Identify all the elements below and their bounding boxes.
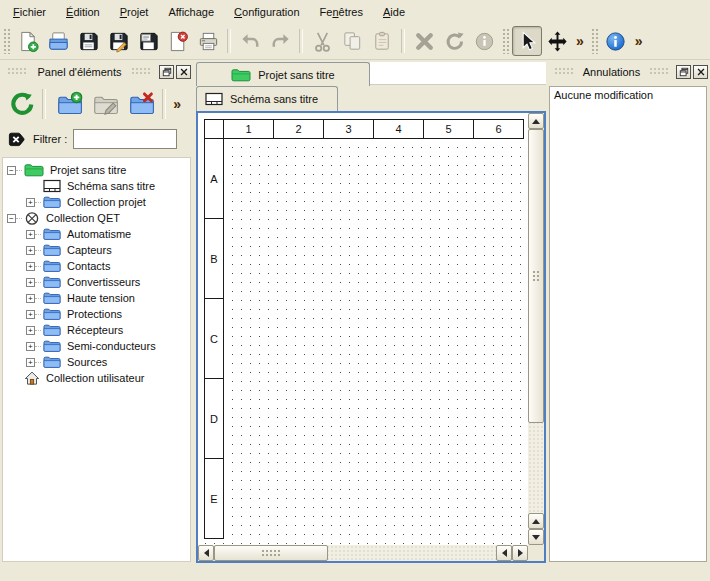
expander-collapsed[interactable]: + <box>26 294 35 303</box>
menu-fenetres[interactable]: Fenêtres <box>310 3 373 21</box>
toolbar-separator <box>401 29 405 53</box>
tree-item-label: Schéma sans titre <box>65 180 157 192</box>
diagram-border-grid: 123456ABCDE <box>204 119 524 539</box>
dock-grip[interactable] <box>131 67 152 76</box>
dock-grip[interactable] <box>7 67 28 76</box>
new-category-button[interactable] <box>53 88 86 121</box>
selection-mode-button[interactable] <box>512 26 542 56</box>
menu-edition[interactable]: Édition <box>56 3 110 21</box>
scroll-up-button[interactable] <box>528 113 544 129</box>
about-qet-button[interactable] <box>601 26 631 56</box>
project-icon <box>231 68 251 82</box>
folder-icon <box>43 355 61 369</box>
float-panel-button[interactable] <box>159 65 174 79</box>
tree-item[interactable]: +Automatisme <box>3 226 190 242</box>
pan-mode-button[interactable] <box>542 26 572 56</box>
undo-list-item[interactable]: Aucune modification <box>550 87 706 103</box>
clear-filter-button[interactable] <box>6 129 27 149</box>
folder-icon <box>43 307 61 321</box>
toolbar-handle[interactable] <box>502 28 509 54</box>
tree-item[interactable]: Schéma sans titre <box>3 178 190 194</box>
row-header-column: ABCDE <box>204 139 224 539</box>
scroll-left-button[interactable] <box>496 545 512 561</box>
refresh-icon <box>8 91 35 118</box>
horizontal-scrollbar[interactable] <box>198 545 528 561</box>
tree-item[interactable]: Collection utilisateur <box>3 370 190 386</box>
reload-collections-button[interactable] <box>5 88 38 121</box>
rotate-icon <box>443 30 466 53</box>
expander-collapsed[interactable]: + <box>26 230 35 239</box>
toolbar-separator <box>162 89 166 119</box>
save-button[interactable] <box>73 26 103 56</box>
menu-configuration[interactable]: Configuration <box>224 3 309 21</box>
tree-item[interactable]: −Projet sans titre <box>3 162 190 178</box>
dock-grip[interactable] <box>649 67 669 76</box>
close-document-button[interactable] <box>163 26 193 56</box>
folder-icon <box>43 259 61 273</box>
vertical-scrollbar[interactable] <box>528 113 544 545</box>
undo-panel-dock: Annulations Aucune modification <box>549 62 708 565</box>
tree-item[interactable]: +Collection projet <box>3 194 190 210</box>
diagram-view[interactable]: 123456ABCDE <box>196 111 546 563</box>
tree-item[interactable]: +Haute tension <box>3 290 190 306</box>
scroll-down-button[interactable] <box>528 529 544 545</box>
expander-collapsed[interactable]: + <box>26 198 35 207</box>
expander-collapsed[interactable]: + <box>26 278 35 287</box>
folder-icon <box>43 227 61 241</box>
expander-collapsed[interactable]: + <box>26 342 35 351</box>
tab-schema[interactable]: Schéma sans titre <box>196 86 338 111</box>
save-all-icon <box>137 30 160 53</box>
tree-item[interactable]: +Contacts <box>3 258 190 274</box>
tree-item[interactable]: −Collection QET <box>3 210 190 226</box>
scroll-right-button[interactable] <box>512 545 528 561</box>
expander-collapsed[interactable]: + <box>26 262 35 271</box>
scroll-up-button[interactable] <box>528 513 544 529</box>
tree-item[interactable]: +Capteurs <box>3 242 190 258</box>
horizontal-scrollbar-thumb[interactable] <box>214 545 328 561</box>
tab-project[interactable]: Projet sans titre <box>196 62 370 86</box>
expander-collapsed[interactable]: + <box>26 358 35 367</box>
open-document-button[interactable] <box>43 26 73 56</box>
save-as-button[interactable] <box>103 26 133 56</box>
qelectrotech-window: FichierÉditionProjetAffichageConfigurati… <box>0 0 710 581</box>
expander-expanded[interactable]: − <box>7 214 16 223</box>
tree-item[interactable]: +Sources <box>3 354 190 370</box>
edit-category-button <box>89 88 122 121</box>
tree-item[interactable]: +Convertisseurs <box>3 274 190 290</box>
expander-collapsed[interactable]: + <box>26 326 35 335</box>
tools-toolbar: » <box>499 23 588 59</box>
delete-category-button[interactable] <box>125 88 158 121</box>
vertical-scrollbar-thumb[interactable] <box>528 129 544 423</box>
menu-fichier[interactable]: Fichier <box>3 3 56 21</box>
expander-collapsed[interactable]: + <box>26 246 35 255</box>
tabbar-empty-area <box>370 62 546 85</box>
expander-expanded[interactable]: − <box>7 166 16 175</box>
toolbar-overflow-button[interactable]: » <box>631 28 647 54</box>
toolbar-overflow-button[interactable]: » <box>572 28 588 54</box>
new-document-icon <box>17 30 40 53</box>
collections-toolbar-overflow-button[interactable]: » <box>169 91 185 117</box>
menu-aide[interactable]: Aide <box>373 3 415 21</box>
dock-grip[interactable] <box>554 67 574 76</box>
tree-item[interactable]: +Semi-conducteurs <box>3 338 190 354</box>
print-button[interactable] <box>193 26 223 56</box>
tree-item[interactable]: +Récepteurs <box>3 322 190 338</box>
float-panel-button[interactable] <box>676 65 691 79</box>
menu-affichage[interactable]: Affichage <box>158 3 224 21</box>
toolbar-handle[interactable] <box>3 28 10 54</box>
expander-collapsed[interactable]: + <box>26 310 35 319</box>
print-icon <box>197 30 220 53</box>
folder-new-icon <box>56 91 83 118</box>
close-panel-button[interactable] <box>693 65 708 79</box>
tree-item[interactable]: +Protections <box>3 306 190 322</box>
info-gray-icon <box>473 30 496 53</box>
close-panel-button[interactable] <box>176 65 191 79</box>
filter-input[interactable] <box>73 129 177 149</box>
save-all-button[interactable] <box>133 26 163 56</box>
info-blue-icon <box>604 30 627 53</box>
main-area: Panel d'éléments » Filtrer : −Projet san… <box>0 59 710 565</box>
toolbar-handle[interactable] <box>591 28 598 54</box>
scroll-left-button[interactable] <box>198 545 214 561</box>
menu-projet[interactable]: Projet <box>110 3 159 21</box>
new-document-button[interactable] <box>13 26 43 56</box>
